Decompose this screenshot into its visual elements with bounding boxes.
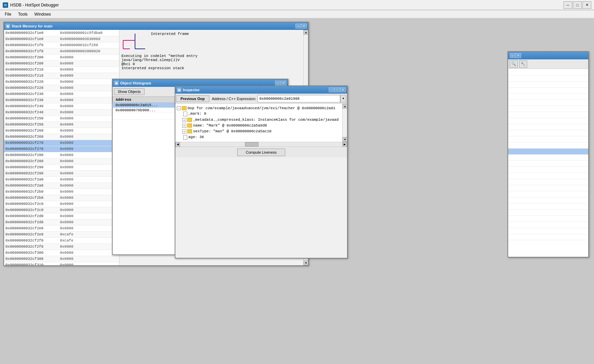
memory-row-14[interactable]: 0x0000000032cf2500x0000: [4, 115, 119, 121]
histogram-restore-btn[interactable]: ▭: [275, 81, 281, 85]
memory-row-16[interactable]: 0x0000000032cf2600x0000: [4, 128, 119, 134]
right-row-1: [508, 75, 588, 81]
memory-row-33[interactable]: 0x0000000032cf2e80xcafe: [4, 231, 119, 237]
right-cell-2: [508, 81, 588, 87]
tree-item-sextype[interactable]: + sexType: "man" @ 0x00000006c2a5ac10: [177, 129, 341, 134]
memory-row-34[interactable]: 0x0000000032cf2f00xcafe: [4, 237, 119, 244]
inspector-max-btn[interactable]: □: [334, 88, 340, 92]
memory-row-32[interactable]: 0x0000000032cf2e00x0000: [4, 225, 119, 231]
right-panel-titlebar: ▭ ✕: [508, 52, 588, 59]
right-cell-3: [508, 87, 588, 93]
inspector-min-btn[interactable]: ─: [329, 88, 334, 92]
minimize-button[interactable]: ─: [563, 1, 572, 9]
inspector-tree[interactable]: − Oop for com/example/javaadvanced/jvm/e…: [175, 104, 342, 142]
memory-row-3[interactable]: 0x0000000032cf1f80x0000000002000020: [4, 48, 119, 54]
title-bar: H HSDB - HotSpot Debugger ─ □ ✕: [0, 0, 594, 10]
inspector-scrollbar-v[interactable]: ▲ ▼: [342, 104, 347, 142]
memory-row-4[interactable]: 0x0000000032cf2000x0000: [4, 54, 119, 60]
memory-row-17[interactable]: 0x0000000032cf2680x0000: [4, 134, 119, 140]
inspector-scrollbar-h[interactable]: ◀ ▶: [175, 142, 347, 147]
prev-oop-button[interactable]: Previous Oop: [176, 95, 209, 102]
memory-row-5[interactable]: 0x0000000032cf2080x0000: [4, 60, 119, 66]
addr-label: Address / C++ Expression:: [212, 97, 256, 101]
inspector-close-btn[interactable]: ✕: [340, 88, 346, 92]
tree-name-toggle[interactable]: +: [182, 124, 186, 128]
inspector-scroll-track[interactable]: [343, 109, 347, 137]
mem-val-10: 0x0000: [59, 91, 119, 97]
memory-row-27[interactable]: 0x0000000032cf2b80x0000: [4, 195, 119, 201]
menu-tools[interactable]: Tools: [15, 11, 31, 17]
right-cell-20: [508, 191, 588, 197]
histogram-close-btn[interactable]: ✕: [281, 81, 286, 85]
mem-val-34: 0xcafe: [59, 237, 119, 244]
right-row-27: [508, 234, 588, 240]
memory-row-37[interactable]: 0x0000000032cf3080x0000: [4, 256, 119, 262]
tree-item-name[interactable]: + name: "Mark" @ 0x00000006c2a5a9d8: [177, 123, 341, 129]
memory-row-30[interactable]: 0x0000000032cf2d00x0000: [4, 213, 119, 219]
frame-info-line4: @bci 0: [121, 62, 135, 66]
wrench-icon-btn[interactable]: 🔧: [519, 60, 527, 68]
memory-row-28[interactable]: 0x0000000032cf2c00x0000: [4, 201, 119, 207]
memory-row-36[interactable]: 0x0000000032cf3000x0000: [4, 250, 119, 256]
h-scroll-left-btn[interactable]: ◀: [175, 142, 180, 147]
menu-windows[interactable]: Windows: [31, 11, 54, 17]
memory-row-10[interactable]: 0x0000000032cf2300x0000: [4, 91, 119, 97]
memory-row-1[interactable]: 0x0000000032cf1e80x000000000363809d: [4, 36, 119, 42]
show-objects-button[interactable]: Show Objects: [114, 88, 145, 95]
memory-row-2[interactable]: 0x0000000032cf1f00x0000000032cf250: [4, 42, 119, 48]
maximize-button[interactable]: □: [573, 1, 582, 9]
memory-row-20[interactable]: 0x0000000032cf2800x0000: [4, 152, 119, 158]
memory-row-9[interactable]: 0x0000000032cf2280x0000: [4, 85, 119, 91]
mem-val-16: 0x0000: [59, 128, 119, 134]
right-table: [508, 69, 588, 240]
right-row-12: [508, 142, 588, 148]
right-panel-restore-btn[interactable]: ▭: [510, 53, 515, 58]
right-row-5: [508, 99, 588, 106]
memory-row-12[interactable]: 0x0000000032cf2400x0000: [4, 103, 119, 109]
addr-dropdown[interactable]: ▼: [340, 95, 346, 102]
stack-memory-close-btn[interactable]: ✕: [301, 24, 307, 28]
memory-row-6[interactable]: 0x0000000032cf2100x0000: [4, 66, 119, 73]
memory-row-25[interactable]: 0x0000000032cf2a80x0000: [4, 183, 119, 189]
tree-root-toggle[interactable]: −: [177, 106, 181, 110]
memory-row-8[interactable]: 0x0000000032cf2200x0000: [4, 79, 119, 85]
memory-row-24[interactable]: 0x0000000032cf2a00x0000: [4, 176, 119, 183]
memory-row-35[interactable]: 0x0000000032cf2f80x0000: [4, 244, 119, 250]
right-panel-close-btn[interactable]: ✕: [516, 53, 521, 58]
h-scroll-track[interactable]: [180, 142, 342, 147]
memory-row-7[interactable]: 0x0000000032cf2180x0000: [4, 73, 119, 79]
menu-file[interactable]: File: [1, 11, 15, 17]
memory-row-21[interactable]: 0x0000000032cf2880x0000: [4, 158, 119, 164]
right-row-26: [508, 228, 588, 234]
mem-addr-6: 0x0000000032cf210: [4, 66, 59, 73]
tree-metadata-toggle[interactable]: +: [182, 118, 186, 122]
stack-memory-restore-btn[interactable]: ▭: [295, 24, 301, 28]
mem-val-8: 0x0000: [59, 79, 119, 85]
memory-row-38[interactable]: 0x0000000032cf3100x0000: [4, 262, 119, 265]
close-button[interactable]: ✕: [582, 1, 591, 9]
tree-item-metadata[interactable]: + _metadata._compressed_klass: InstanceK…: [177, 117, 341, 123]
memory-row-19[interactable]: 0x0000000032cf2780x0000: [4, 146, 119, 152]
memory-row-26[interactable]: 0x0000000032cf2b00x0000: [4, 189, 119, 195]
memory-row-15[interactable]: 0x0000000032cf2580x0000: [4, 121, 119, 128]
h-scroll-right-btn[interactable]: ▶: [342, 142, 347, 147]
memory-row-23[interactable]: 0x0000000032cf2980x0000: [4, 170, 119, 176]
memory-row-0[interactable]: 0x0000000032cf1e00x0000000001c5fdba0: [4, 30, 119, 36]
scroll-down-btn[interactable]: ▼: [304, 261, 308, 265]
tree-root-row[interactable]: − Oop for com/example/javaadvanced/jvm/e…: [177, 105, 341, 111]
binoculars-icon-btn[interactable]: 🔍: [510, 60, 518, 68]
h-scroll-thumb[interactable]: [245, 142, 258, 147]
compute-liveness-button[interactable]: Compute Liveness: [237, 149, 285, 156]
memory-row-29[interactable]: 0x0000000032cf2c80x0000: [4, 207, 119, 213]
memory-row-31[interactable]: 0x0000000032cf2d80x0000: [4, 219, 119, 225]
memory-row-18[interactable]: 0x0000000032cf2700x0000: [4, 140, 119, 146]
addr-input[interactable]: [257, 95, 340, 102]
inspector-scroll-up[interactable]: ▲: [343, 104, 347, 109]
mem-val-18: 0x0000: [59, 140, 119, 146]
inspector-scroll-down[interactable]: ▼: [343, 137, 347, 142]
tree-sextype-toggle[interactable]: +: [182, 130, 186, 134]
scroll-up-btn[interactable]: ▲: [304, 30, 308, 35]
memory-row-22[interactable]: 0x0000000032cf2900x0000: [4, 164, 119, 170]
memory-row-11[interactable]: 0x0000000032cf2380x0000: [4, 97, 119, 103]
memory-row-13[interactable]: 0x0000000032cf2480x0000: [4, 109, 119, 115]
